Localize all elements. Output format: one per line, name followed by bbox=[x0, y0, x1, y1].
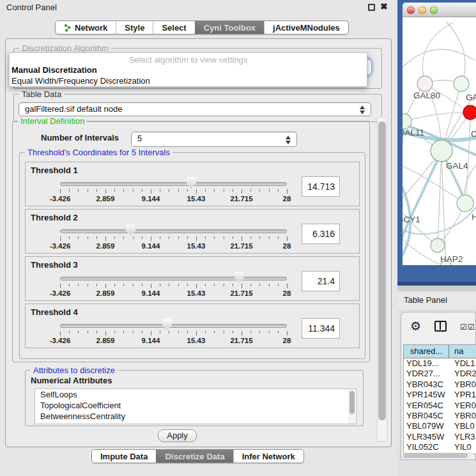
network-node[interactable] bbox=[454, 76, 469, 91]
threshold-value-field[interactable]: 14.713 bbox=[302, 176, 340, 197]
network-node[interactable] bbox=[431, 140, 452, 162]
slider-handle[interactable] bbox=[126, 224, 135, 236]
table-horizontal-scrollbar[interactable] bbox=[403, 452, 473, 458]
zoom-traffic-light-icon[interactable] bbox=[430, 6, 438, 14]
network-node[interactable] bbox=[417, 76, 433, 91]
thresholds-group-label: Threshold's Coordinates for 5 Intervals bbox=[25, 148, 173, 157]
checkbox-icon[interactable]: ☑ bbox=[468, 323, 475, 332]
attribute-item[interactable]: SelfLoops bbox=[35, 389, 356, 400]
slider-tick bbox=[233, 236, 233, 239]
slider-tick bbox=[123, 331, 124, 334]
attributes-group: Attributes to discretize Numerical Attri… bbox=[25, 370, 364, 426]
network-window-titlebar[interactable] bbox=[403, 3, 476, 17]
interval-definition-group: Interval Definition Number of Intervals … bbox=[12, 121, 370, 362]
scrollbar-thumb[interactable] bbox=[378, 121, 386, 420]
attribute-item[interactable]: TopologicalCoefficient bbox=[35, 400, 356, 411]
apply-button[interactable]: Apply bbox=[158, 429, 197, 442]
minimize-traffic-light-icon[interactable] bbox=[418, 6, 426, 14]
float-window-icon[interactable] bbox=[368, 4, 375, 11]
table-row[interactable]: YIL052CYIL0 bbox=[404, 442, 476, 452]
tab-label: Cyni Toolbox bbox=[204, 23, 256, 33]
threshold-value-field[interactable]: 21.4 bbox=[302, 271, 340, 291]
slider-tick bbox=[169, 189, 169, 192]
threshold-slider[interactable]: -3.4262.8599.14415.4321.71528 bbox=[26, 304, 294, 349]
split-columns-icon[interactable] bbox=[434, 321, 447, 332]
control-panel-title: Control Panel bbox=[6, 3, 57, 12]
tab-impute-data[interactable]: Impute Data bbox=[92, 450, 156, 463]
checkbox-icon[interactable]: ☑ bbox=[460, 323, 467, 332]
slider-tick bbox=[287, 331, 288, 335]
slider-track[interactable] bbox=[60, 182, 287, 186]
table-header-row: shared... na bbox=[404, 345, 476, 358]
top-tab-bar: NetworkStyleSelectCyni ToolboxjActiveMNo… bbox=[55, 20, 349, 35]
numerical-attributes-list[interactable]: SelfLoopsTopologicalCoefficientBetweenne… bbox=[35, 388, 357, 424]
table-row[interactable]: YPR145WYPR1 bbox=[404, 390, 476, 400]
table-row[interactable]: YBR043CYBR0 bbox=[404, 380, 476, 390]
network-node[interactable] bbox=[457, 195, 473, 211]
slider-tick bbox=[205, 284, 206, 286]
column-header-shared[interactable]: shared... bbox=[404, 345, 449, 358]
scrollbar-thumb[interactable] bbox=[403, 453, 468, 458]
slider-tick bbox=[250, 236, 251, 239]
slider-track[interactable] bbox=[60, 229, 287, 233]
slider-track[interactable] bbox=[60, 277, 287, 280]
algorithm-option[interactable]: Manual Discretization bbox=[10, 65, 367, 75]
algorithm-option[interactable]: Equal Width/Frequency Discretization bbox=[10, 75, 367, 86]
slider-tick bbox=[123, 236, 124, 239]
attributes-scrollbar[interactable] bbox=[348, 390, 355, 424]
table-row[interactable]: YBR045CYBR0 bbox=[404, 411, 476, 421]
scrollbar-thumb[interactable] bbox=[349, 391, 355, 414]
slider-tick bbox=[242, 331, 242, 335]
slider-track[interactable] bbox=[60, 324, 287, 328]
slider-tick bbox=[259, 189, 260, 192]
tab-network[interactable]: Network bbox=[56, 21, 116, 34]
cell-name: YDR2 bbox=[449, 369, 476, 379]
slider-handle[interactable] bbox=[187, 177, 196, 188]
slider-tick bbox=[205, 236, 206, 239]
cell-shared-name: YBR045C bbox=[404, 411, 449, 421]
network-node[interactable] bbox=[431, 238, 445, 252]
slider-tick bbox=[160, 189, 160, 192]
threshold-value-field[interactable]: 6.316 bbox=[302, 224, 340, 244]
cell-shared-name: YPR145W bbox=[404, 390, 449, 400]
tab-cyni-toolbox[interactable]: Cyni Toolbox bbox=[195, 21, 264, 34]
close-icon[interactable]: ✖ bbox=[380, 1, 388, 12]
slider-handle[interactable] bbox=[234, 272, 244, 283]
settings-scrollbar[interactable] bbox=[377, 117, 387, 441]
slider-tick bbox=[233, 284, 233, 286]
tab-discretize-data[interactable]: Discretize Data bbox=[156, 450, 233, 463]
gear-icon[interactable]: ⚙ bbox=[410, 320, 421, 333]
table-row[interactable]: YLR345WYLR3 bbox=[404, 432, 476, 442]
node-table: shared... na YDL19...YDL1YDR27...YDR2YBR… bbox=[403, 344, 476, 454]
threshold-slider[interactable]: -3.4262.8599.14415.4321.71528 bbox=[26, 210, 294, 254]
table-row[interactable]: YBL079WYBL0 bbox=[404, 421, 476, 431]
cell-shared-name: YDL19... bbox=[404, 358, 449, 369]
slider-tick bbox=[269, 236, 270, 239]
table-row[interactable]: YER054CYER0 bbox=[404, 401, 476, 411]
threshold-panel: Threshold 4-3.4262.8599.14415.4321.71528… bbox=[25, 303, 360, 348]
threshold-value-field[interactable]: 11.344 bbox=[302, 318, 340, 339]
tab-style[interactable]: Style bbox=[116, 21, 153, 34]
network-node[interactable] bbox=[463, 105, 476, 119]
cell-shared-name: YER054C bbox=[404, 401, 449, 411]
slider-tick bbox=[242, 189, 242, 194]
tab-jactivemnodules[interactable]: jActiveMNodules bbox=[264, 21, 348, 34]
attribute-item[interactable]: BetweennessCentrality bbox=[35, 411, 356, 422]
table-row[interactable]: YDL19...YDL1 bbox=[404, 358, 476, 369]
tab-select[interactable]: Select bbox=[153, 21, 194, 34]
slider-tick bbox=[187, 331, 188, 334]
column-header-name[interactable]: na bbox=[449, 345, 476, 358]
slider-tick bbox=[214, 331, 215, 334]
slider-tick-label: 2.859 bbox=[96, 289, 115, 297]
tab-infer-network[interactable]: Infer Network bbox=[233, 450, 303, 463]
threshold-slider[interactable]: -3.4262.8599.14415.4321.71528 bbox=[26, 257, 294, 302]
network-node-label: GAL80 bbox=[413, 91, 440, 100]
table-data-combobox[interactable]: galFiltered.sif default node bbox=[19, 102, 371, 116]
threshold-slider[interactable]: -3.4262.8599.14415.4321.71528 bbox=[26, 162, 294, 207]
number-of-intervals-combobox[interactable]: 5 bbox=[131, 132, 297, 147]
slider-tick bbox=[160, 236, 160, 239]
slider-handle[interactable] bbox=[162, 319, 172, 330]
close-traffic-light-icon[interactable] bbox=[407, 6, 415, 14]
network-canvas[interactable]: GAL80GAGAL11CGAL4GCY1HHAP2 bbox=[403, 17, 476, 265]
table-row[interactable]: YDR27...YDR2 bbox=[404, 369, 476, 379]
